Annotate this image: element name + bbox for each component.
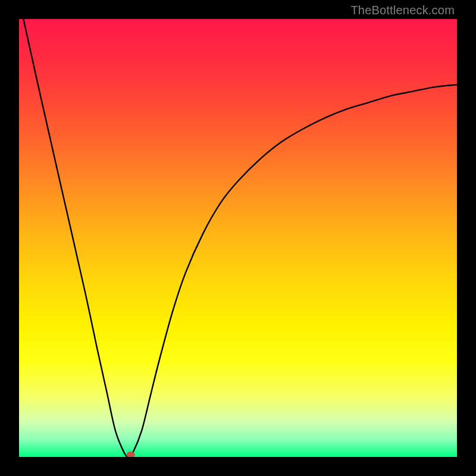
- plot-area: [19, 19, 457, 457]
- chart-frame: TheBottleneck.com: [0, 0, 476, 476]
- watermark: TheBottleneck.com: [350, 4, 455, 17]
- curve-layer: [19, 19, 457, 457]
- bottleneck-curve: [23, 19, 457, 457]
